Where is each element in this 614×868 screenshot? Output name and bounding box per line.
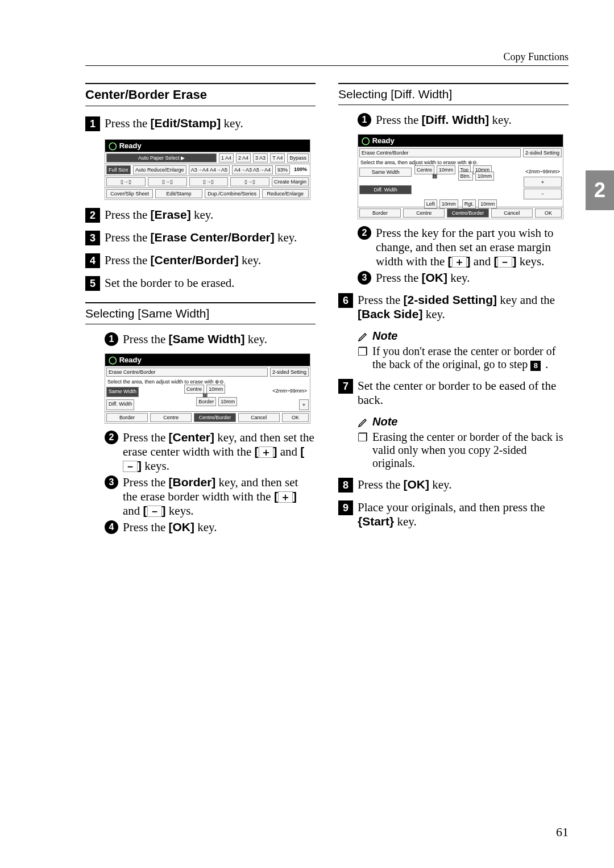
step-9-text: Place your originals, and then press the…	[358, 500, 569, 529]
left-column: Center/Border Erase 1 Press the [Edit/St…	[85, 83, 316, 537]
step-1-marker: 1	[85, 116, 100, 131]
sub-section-same-width: Selecting [Same Width]	[85, 302, 316, 324]
step-7-marker: 7	[338, 379, 353, 394]
step-8-text: Press the [OK] key.	[358, 478, 569, 492]
substep-a1-marker: 1	[105, 332, 118, 346]
step-5-text: Set the border to be erased.	[105, 276, 316, 290]
substep-a3-marker: 3	[105, 475, 118, 489]
step-8-marker: 8	[338, 478, 353, 493]
pencil-icon	[358, 331, 369, 342]
substep-b1-text: Press the [Diff. Width] key.	[376, 113, 569, 127]
note-2-text: ❐ Erasing the center or border of the ba…	[358, 431, 569, 470]
step-5-marker: 5	[85, 276, 100, 291]
copier-panel-screenshot-3: Ready Erase Centre/Border 2-sided Settin…	[358, 134, 563, 219]
pencil-icon	[358, 416, 369, 428]
step-3-marker: 3	[85, 231, 100, 245]
right-column: Selecting [Diff. Width] 1Press the [Diff…	[338, 83, 569, 537]
substep-a2-text: Press the [Center] key, and then set the…	[123, 431, 316, 473]
step-1-text: Press the [Edit/Stamp] key.	[105, 116, 316, 131]
substep-b1-marker: 1	[358, 113, 371, 127]
substep-b2-marker: 2	[358, 226, 371, 240]
step-7-text: Set the center or border to be eased of …	[358, 379, 569, 407]
step-6-text: Press the [2-sided Setting] key and the …	[358, 293, 569, 322]
step-3-text: Press the [Erase Center/Border] key.	[105, 231, 316, 245]
step-4-marker: 4	[85, 253, 100, 268]
step-6-marker: 6	[338, 293, 353, 308]
step-4-text: Press the [Center/Border] key.	[105, 253, 316, 268]
copier-panel-screenshot-2: Ready Erase Centre/Border 2-sided Settin…	[105, 353, 310, 424]
chapter-tab: 2	[586, 170, 614, 210]
substep-a3-text: Press the [Border] key, and then set the…	[123, 475, 316, 518]
sub-section-diff-width: Selecting [Diff. Width]	[338, 83, 569, 105]
step-2-text: Press the [Erase] key.	[105, 208, 316, 222]
substep-b3-text: Press the [OK] key.	[376, 271, 569, 285]
note-heading-1: Note	[358, 329, 569, 343]
copier-panel-screenshot-1: Ready Auto Paper Select ▶ 1 A4 2 A4 3 A3…	[105, 139, 310, 200]
section-title-center-border-erase: Center/Border Erase	[85, 83, 316, 106]
page-number: 61	[556, 825, 569, 840]
note-1-text: ❐ If you don't erase the center or borde…	[358, 345, 569, 371]
step-9-marker: 9	[338, 500, 353, 515]
substep-b2-text: Press the key for the part you wish to c…	[376, 226, 569, 269]
breadcrumb: Copy Functions	[85, 51, 569, 66]
step-2-marker: 2	[85, 208, 100, 223]
substep-b3-marker: 3	[358, 271, 371, 285]
substep-a4-text: Press the [OK] key.	[123, 520, 316, 535]
substep-a4-marker: 4	[105, 520, 118, 534]
substep-a1-text: Press the [Same Width] key.	[123, 332, 316, 347]
note-heading-2: Note	[358, 415, 569, 428]
substep-a2-marker: 2	[105, 431, 118, 444]
